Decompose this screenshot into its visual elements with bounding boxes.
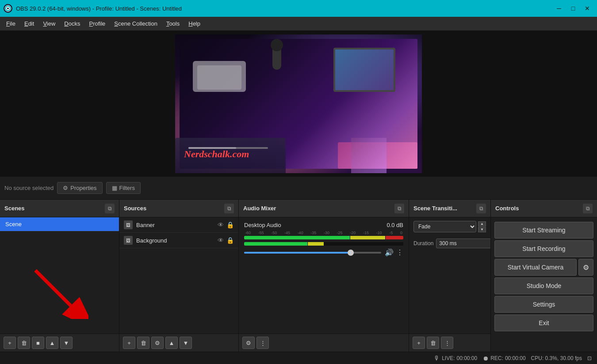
scenes-panel-footer: + 🗑 ■ ▲ ▼ [0,334,119,352]
meter-empty-2 [324,242,403,246]
sources-settings-button[interactable]: ⚙ [151,337,164,349]
filters-button[interactable]: ▦ Filters [106,182,141,194]
audio-meter [244,236,403,239]
audio-ch-name: Desktop Audio [244,222,281,228]
source-banner-lock-icon[interactable]: 🔒 [226,221,234,228]
transition-spin-buttons: ▲ ▼ [478,221,486,232]
scenes-delete-button[interactable]: 🗑 [18,337,30,349]
audio-ch-header: Desktop Audio 0.0 dB [244,222,403,228]
transitions-panel: Scene Transiti... ⧉ Fade Cut Swipe Slide… [409,200,491,352]
start-streaming-button[interactable]: Start Streaming [494,222,593,239]
source-background-eye-icon[interactable]: 👁 [218,237,224,244]
titlebar-title: OBS 29.0.2 (64-bit, windows) - Profile: … [16,5,182,12]
meter-green [244,236,350,239]
settings-button[interactable]: Settings [494,296,593,313]
menu-docks[interactable]: Docks [60,19,84,29]
close-button[interactable]: ✕ [581,4,593,13]
titlebar-controls: ─ □ ✕ [553,4,593,13]
transitions-expand-button[interactable]: ⧉ [476,204,486,213]
virtual-camera-settings-button[interactable]: ⚙ [578,259,593,276]
audio-panel-header: Audio Mixer ⧉ [239,200,409,217]
props-bar: No source selected ⚙ Properties ▦ Filter… [0,177,597,200]
source-banner-controls: 👁 🔒 [218,221,234,228]
source-item-banner[interactable]: 🖼 Banner 👁 🔒 [119,217,238,233]
sources-panel-title: Sources [124,205,146,212]
audio-panel-title: Audio Mixer [243,205,276,212]
mic-off-icon: 🎙 [434,355,440,362]
menubar: File Edit View Docks Profile Scene Colle… [0,17,597,31]
controls-panel: Controls ⧉ Start Streaming Start Recordi… [491,200,597,352]
meter-red [386,236,403,239]
menu-file[interactable]: File [2,19,20,29]
transition-spin-up[interactable]: ▲ [478,221,486,227]
fader-fill [244,252,354,254]
menu-tools[interactable]: Tools [162,19,184,29]
transitions-add-button[interactable]: + [413,337,425,349]
source-item-background[interactable]: 🖼 Background 👁 🔒 [119,233,238,248]
sources-add-button[interactable]: + [123,337,135,349]
scenes-down-button[interactable]: ▼ [60,337,73,349]
menu-help[interactable]: Help [184,19,205,29]
cpu-status: CPU: 0.3%, 30.00 fps [531,355,582,361]
sources-down-button[interactable]: ▼ [180,337,192,349]
minimize-button[interactable]: ─ [553,4,565,13]
duration-input[interactable] [436,239,490,248]
obs-icon [4,4,12,13]
meter-ticks: -60 -55 -50 -45 -40 -35 -30 -25 -20 -15 … [244,231,403,235]
meter-yellow-2 [308,242,324,246]
audio-expand-button[interactable]: ⧉ [394,204,404,213]
scenes-filter-button[interactable]: ■ [32,337,44,349]
audio-ctrl-icons: 🔊 ⋮ [385,248,403,257]
scenes-add-button[interactable]: + [4,337,16,349]
scenes-up-button[interactable]: ▲ [46,337,58,349]
audio-more-button[interactable]: ⋮ [256,337,269,349]
sources-up-button[interactable]: ▲ [165,337,178,349]
properties-label: Properties [70,185,96,191]
preview-area: Nerdschalk.com [0,31,597,177]
preview-watermark: Nerdschalk.com [184,148,249,160]
menu-profile[interactable]: Profile [84,19,110,29]
cpu-label: CPU: 0.3%, 30.00 fps [531,355,582,361]
exit-button[interactable]: Exit [494,315,593,331]
duration-label: Duration [413,240,433,246]
source-background-lock-icon[interactable]: 🔒 [226,237,234,244]
sources-delete-button[interactable]: 🗑 [137,337,149,349]
transitions-more-button[interactable]: ⋮ [441,337,453,349]
transition-spin-down[interactable]: ▼ [478,227,486,232]
audio-more-icon[interactable]: ⋮ [396,248,403,257]
red-arrow [22,266,88,320]
transitions-panel-title: Scene Transiti... [413,205,457,212]
speaker-icon[interactable]: 🔊 [385,248,394,257]
live-status: 🎙 LIVE: 00:00:00 [434,355,477,362]
sources-panel-footer: + 🗑 ⚙ ▲ ▼ [119,334,238,352]
virtual-camera-row: Start Virtual Camera ⚙ [494,259,593,276]
transitions-delete-button[interactable]: 🗑 [427,337,439,349]
transitions-panel-content: Fade Cut Swipe Slide ▲ ▼ Duration ▲ ▼ [409,217,490,334]
menu-scene-collection[interactable]: Scene Collection [110,19,162,29]
scenes-panel: Scenes ⧉ Scene + 🗑 ■ [0,200,119,352]
transition-select[interactable]: Fade Cut Swipe Slide [413,221,476,232]
source-banner-name: Banner [136,222,218,228]
source-banner-eye-icon[interactable]: 👁 [218,221,224,228]
scene-item-label: Scene [5,221,22,228]
audio-meter-2 [244,242,403,246]
audio-settings-button[interactable]: ⚙ [242,337,255,349]
preview-canvas: Nerdschalk.com [175,34,422,173]
start-virtual-camera-button[interactable]: Start Virtual Camera [494,259,577,276]
audio-fader[interactable] [244,252,381,254]
sources-panel: Sources ⧉ 🖼 Banner 👁 🔒 🖼 Background 👁 🔒 [119,200,239,352]
menu-edit[interactable]: Edit [20,19,38,29]
menu-view[interactable]: View [38,19,60,29]
scene-item-scene[interactable]: Scene [0,217,119,231]
maximize-button[interactable]: □ [567,4,579,13]
properties-button[interactable]: ⚙ Properties [57,182,102,194]
sources-expand-button[interactable]: ⧉ [224,204,234,213]
studio-mode-button[interactable]: Studio Mode [494,277,593,294]
resize-handle[interactable]: ⊡ [587,355,592,361]
scenes-expand-button[interactable]: ⧉ [105,204,115,213]
statusbar: 🎙 LIVE: 00:00:00 ⏺ REC: 00:00:00 CPU: 0.… [0,352,597,364]
controls-expand-button[interactable]: ⧉ [583,204,593,213]
filters-label: Filters [119,185,135,191]
start-recording-button[interactable]: Start Recording [494,240,593,257]
filter-icon: ▦ [112,185,117,191]
